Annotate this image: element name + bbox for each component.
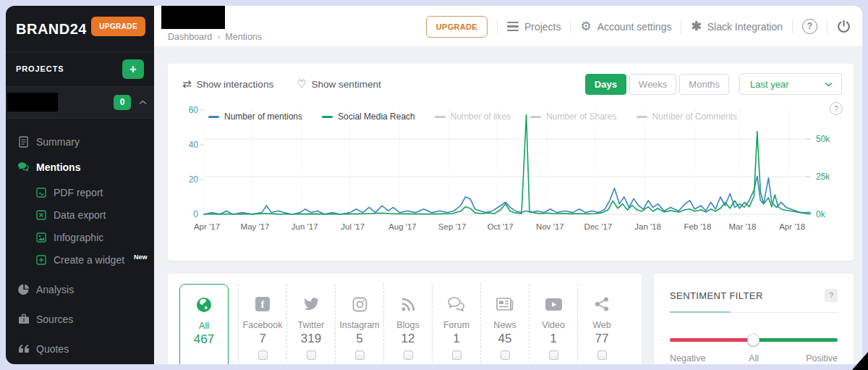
svg-text:0: 0 — [193, 209, 198, 219]
toggle-label: Show sentiment — [312, 79, 381, 90]
svg-text:Feb '18: Feb '18 — [684, 222, 711, 231]
rss-icon — [401, 293, 416, 315]
sidebar-item-infographic[interactable]: Infographic — [6, 226, 154, 248]
slider-track-negative[interactable] — [670, 338, 754, 342]
chart-controls: ⇄ Show interactions ♡ Show sentiment Day… — [168, 64, 854, 95]
source-filter-forum[interactable]: Forum 1 — [432, 284, 480, 364]
source-checkbox[interactable] — [549, 350, 558, 360]
pie-chart-icon — [17, 283, 30, 295]
redacted-project-name — [7, 93, 58, 112]
project-row[interactable]: 0 — [6, 87, 154, 119]
heart-icon: ♡ — [297, 77, 306, 91]
sidebar-item-label: Data export — [54, 209, 106, 221]
project-badge: 0 — [114, 95, 131, 110]
source-count: 7 — [259, 332, 265, 346]
label-negative: Negative — [670, 353, 705, 363]
source-filter-video[interactable]: Video 1 — [529, 284, 577, 364]
image-icon — [35, 231, 47, 243]
source-checkbox[interactable] — [258, 350, 268, 360]
help-icon[interactable]: ? — [802, 19, 817, 34]
sidebar-item-quotes[interactable]: Quotes — [6, 337, 154, 360]
svg-text:Apr '18: Apr '18 — [779, 222, 805, 231]
source-count: 319 — [301, 332, 321, 346]
source-checkbox[interactable] — [597, 350, 607, 360]
source-filter-web[interactable]: Web 77 — [577, 284, 626, 364]
video-play-icon — [545, 293, 562, 315]
source-count: 1 — [453, 332, 459, 346]
divider — [792, 20, 793, 33]
sentiment-title: SENTIMENT FILTER — [670, 290, 763, 301]
sidebar-item-create-widget[interactable]: Create a widget New — [6, 248, 154, 271]
sentiment-filter-card: SENTIMENT FILTER ? Negative All Positive — [654, 274, 854, 364]
divider — [497, 20, 498, 33]
facebook-icon: f — [255, 293, 270, 315]
sidebar-item-pdf-report[interactable]: PDF report — [6, 181, 154, 203]
slider-track-positive[interactable] — [754, 338, 838, 342]
sidebar-item-label: PDF report — [54, 187, 103, 198]
sidebar-upgrade-button[interactable]: UPGRADE — [91, 17, 145, 36]
svg-text:Nov '17: Nov '17 — [536, 222, 564, 231]
source-filter-instagram[interactable]: Instagram 5 — [335, 284, 383, 364]
source-checkbox[interactable] — [452, 350, 461, 360]
source-label: Facebook — [243, 320, 283, 330]
sidebar-item-label: Summary — [36, 136, 80, 148]
mentions-chat-icon — [17, 161, 30, 173]
excel-icon — [35, 209, 47, 221]
svg-text:Oct '17: Oct '17 — [488, 222, 514, 231]
topbar-item-projects[interactable]: Projects — [507, 21, 561, 33]
projects-row: PROJECTS + — [6, 52, 154, 87]
app-window: BRAND24 UPGRADE PROJECTS + 0 Summary Me — [6, 6, 862, 364]
period-dropdown[interactable]: Last year — [739, 73, 842, 95]
slider-labels: Negative All Positive — [670, 353, 838, 363]
show-sentiment-toggle[interactable]: ♡ Show sentiment — [297, 77, 381, 91]
topbar-item-slack-integration[interactable]: ✱ Slack Integration — [691, 20, 783, 33]
range-days-button[interactable]: Days — [585, 74, 626, 95]
sidebar-item-mentions[interactable]: Mentions — [6, 156, 154, 178]
source-checkbox[interactable] — [501, 350, 510, 360]
topbar-item-label: Slack Integration — [707, 21, 783, 33]
range-months-button[interactable]: Months — [679, 74, 729, 95]
topbar-upgrade-button[interactable]: UPGRADE — [426, 16, 488, 38]
source-checkbox[interactable] — [404, 350, 413, 360]
source-filter-facebook[interactable]: f Facebook 7 — [238, 284, 286, 364]
logout-power-icon[interactable] — [837, 20, 851, 33]
source-filter-news[interactable]: News 45 — [480, 284, 529, 364]
svg-text:Sep '17: Sep '17 — [438, 222, 467, 231]
range-weeks-button[interactable]: Weeks — [629, 74, 677, 95]
divider — [827, 20, 827, 33]
source-label: Forum — [443, 320, 469, 330]
screenshot-frame: BRAND24 UPGRADE PROJECTS + 0 Summary Me — [0, 0, 868, 370]
source-label: Blogs — [396, 320, 419, 330]
sidebar-item-data-export[interactable]: Data export — [6, 203, 154, 226]
slider-thumb[interactable] — [747, 334, 760, 346]
forum-chat-icon — [448, 293, 465, 315]
svg-text:60: 60 — [189, 105, 199, 115]
source-checkbox[interactable] — [307, 350, 316, 360]
source-filter-all[interactable]: All 467 — [179, 284, 229, 364]
breadcrumb-dashboard[interactable]: Dashboard — [168, 32, 212, 42]
chevron-up-icon[interactable] — [139, 100, 147, 105]
sidebar-item-summary[interactable]: Summary — [6, 130, 154, 153]
svg-text:Aug '17: Aug '17 — [388, 222, 417, 231]
svg-text:0k: 0k — [816, 209, 826, 219]
sidebar-item-label: Mentions — [36, 161, 80, 173]
add-project-button[interactable]: + — [122, 59, 144, 79]
time-series-chart[interactable]: Apr '17May '17Jun '17Jul '17Aug '17Sep '… — [176, 104, 845, 252]
source-checkbox[interactable] — [355, 350, 365, 360]
brand-logo: BRAND24 — [16, 21, 87, 38]
divider — [681, 20, 681, 33]
topbar-item-label: Account settings — [597, 21, 672, 33]
svg-text:25k: 25k — [816, 172, 830, 182]
sentiment-slider[interactable] — [670, 334, 838, 346]
source-filter-twitter[interactable]: Twitter 319 — [286, 284, 335, 364]
sentiment-help-icon[interactable]: ? — [825, 289, 838, 302]
sidebar-item-sources[interactable]: Sources — [6, 308, 154, 330]
show-interactions-toggle[interactable]: ⇄ Show interactions — [182, 77, 273, 91]
globe-icon — [195, 294, 213, 316]
svg-text:40: 40 — [189, 140, 199, 150]
label-positive: Positive — [806, 353, 838, 363]
sidebar-item-analysis[interactable]: Analysis — [6, 278, 154, 300]
topbar-item-account-settings[interactable]: ⚙ Account settings — [580, 20, 671, 33]
source-filter-blogs[interactable]: Blogs 12 — [383, 284, 432, 364]
breadcrumb: Dashboard › Mentions — [168, 32, 262, 42]
